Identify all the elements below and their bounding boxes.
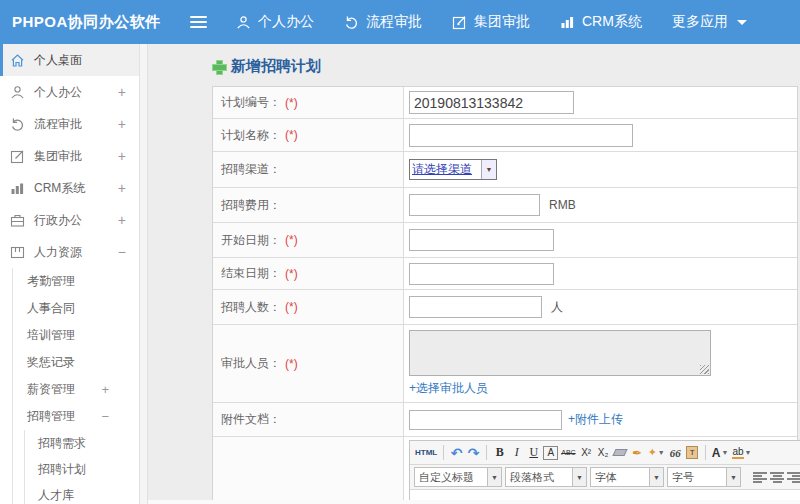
nav-workflow-approval[interactable]: 流程审批 [329, 0, 437, 44]
nav-menu: 个人办公 流程审批 集团审批 CRM系统 更多应用 [221, 0, 762, 44]
headcount-input[interactable] [409, 296, 542, 318]
attachment-upload-link[interactable]: +附件上传 [568, 411, 623, 428]
menu-toggle-icon[interactable] [190, 16, 207, 28]
align-center-icon[interactable] [770, 472, 784, 483]
nav-crm[interactable]: CRM系统 [545, 0, 657, 44]
format-brush-button[interactable]: ✒ [630, 443, 645, 462]
caret-down-icon: ▼ [658, 449, 665, 456]
align-left-icon[interactable] [753, 472, 767, 483]
sidebar-item-label: 人力资源 [34, 244, 82, 261]
form-row-plan-number: 计划编号： (*) [213, 87, 797, 119]
font-color-button[interactable]: A▼ [711, 443, 730, 462]
sidebar-item-label: 考勤管理 [27, 273, 75, 290]
paint-format-button[interactable]: ✦▼ [647, 443, 666, 462]
caret-down-icon: ▼ [488, 467, 502, 487]
strikethrough-button[interactable]: ABC [560, 443, 576, 462]
sidebar-item-talent-pool[interactable]: 人才库 [25, 482, 139, 504]
expand-icon[interactable]: + [118, 148, 126, 164]
form-row-editor: HTML ↶ ↷ B I U A ABC X² X₂ [213, 437, 797, 504]
app-logo: PHPOA协同办公软件 [0, 13, 178, 32]
underline-button[interactable]: U [526, 443, 541, 462]
choose-approver-link[interactable]: +选择审批人员 [409, 380, 797, 397]
expand-icon[interactable]: + [118, 212, 126, 228]
superscript-button[interactable]: X² [579, 443, 594, 462]
sidebar-item-personal-office[interactable]: 个人办公 + [0, 76, 139, 108]
nav-personal-office[interactable]: 个人办公 [221, 0, 329, 44]
field-label: 招聘费用： [221, 197, 281, 214]
undo-icon[interactable]: ↶ [449, 443, 464, 462]
nav-more-apps[interactable]: 更多应用 [657, 0, 762, 44]
attachment-input[interactable] [409, 410, 562, 430]
required-mark: (*) [285, 300, 298, 314]
sidebar-item-recruitment-demand[interactable]: 招聘需求 [25, 430, 139, 456]
sidebar-item-group-approval[interactable]: 集团审批 + [0, 140, 139, 172]
border-button[interactable]: A [543, 446, 558, 460]
end-date-input[interactable] [409, 263, 554, 285]
sidebar-item-label: 人才库 [38, 487, 74, 504]
bold-button[interactable]: B [492, 443, 507, 462]
caret-down-icon: ▼ [573, 467, 587, 487]
subscript-button[interactable]: X₂ [596, 443, 611, 462]
sidebar-item-admin-office[interactable]: 行政办公 + [0, 204, 139, 236]
sidebar-item-recruitment[interactable]: 招聘管理 − [13, 403, 139, 430]
field-label: 招聘人数： [221, 299, 281, 316]
caret-down-icon: ▼ [727, 467, 741, 487]
highlight-color-button[interactable]: ab▼ [731, 443, 752, 462]
sidebar-item-human-resources[interactable]: 人力资源 − [0, 236, 139, 268]
form-row-approvers: 审批人员： (*) +选择审批人员 [213, 325, 797, 403]
fee-input[interactable] [409, 194, 540, 216]
sidebar-item-recruitment-plan[interactable]: 招聘计划 [25, 456, 139, 482]
main-content: 新增招聘计划 计划编号： (*) 计划名称： (*) [148, 44, 800, 504]
italic-button[interactable]: I [509, 443, 524, 462]
html-source-button[interactable]: HTML [414, 443, 438, 462]
sidebar-item-label: 招聘计划 [38, 461, 86, 478]
sidebar-item-workflow-approval[interactable]: 流程审批 + [0, 108, 139, 140]
sidebar-item-crm[interactable]: CRM系统 + [0, 172, 139, 204]
expand-icon[interactable]: + [118, 180, 126, 196]
sidebar-item-personal-desktop[interactable]: 个人桌面 [0, 44, 139, 76]
form-row-channel: 招聘渠道： 请选择渠道 ▼ [213, 152, 797, 188]
blockquote-button[interactable]: 66 [668, 443, 683, 462]
sidebar-item-hr-contract[interactable]: 人事合同 [13, 295, 139, 322]
horizontal-scrollbar[interactable] [148, 500, 800, 504]
sidebar-item-training[interactable]: 培训管理 [13, 322, 139, 349]
plan-name-input[interactable] [409, 124, 633, 147]
expand-icon[interactable]: + [118, 84, 126, 100]
eraser-icon [612, 449, 627, 456]
start-date-input[interactable] [409, 229, 554, 251]
field-label: 计划编号： [221, 94, 281, 111]
plan-number-input[interactable] [409, 91, 574, 114]
eraser-button[interactable] [613, 443, 628, 462]
edit-icon [452, 15, 467, 30]
expand-icon[interactable]: + [118, 116, 126, 132]
redo-icon[interactable]: ↷ [466, 443, 481, 462]
font-family-dropdown[interactable]: 字体▼ [590, 467, 664, 487]
expand-icon[interactable]: + [101, 382, 109, 397]
font-size-dropdown[interactable]: 字号▼ [667, 467, 741, 487]
paste-icon: T [686, 446, 698, 459]
align-right-icon[interactable] [787, 472, 800, 483]
edit-icon [10, 149, 25, 164]
paste-button[interactable]: T [685, 443, 700, 462]
required-mark: (*) [285, 233, 298, 247]
custom-heading-dropdown[interactable]: 自定义标题▼ [414, 467, 502, 487]
briefcase-icon [10, 213, 25, 228]
sidebar-item-label: 薪资管理 [27, 381, 75, 398]
approver-textarea[interactable] [409, 330, 711, 376]
sidebar-item-salary[interactable]: 薪资管理 + [13, 376, 139, 403]
channel-select[interactable]: 请选择渠道 ▼ [409, 159, 497, 180]
collapse-icon[interactable]: − [118, 244, 126, 260]
nav-group-approval[interactable]: 集团审批 [437, 0, 545, 44]
form-row-headcount: 招聘人数： (*) 人 [213, 290, 797, 325]
sidebar-item-label: 奖惩记录 [27, 354, 75, 371]
sidebar-splitter[interactable] [140, 44, 148, 504]
sidebar-item-label: 培训管理 [27, 327, 75, 344]
user-icon [236, 15, 251, 30]
sidebar-item-attendance[interactable]: 考勤管理 [13, 268, 139, 295]
collapse-icon[interactable]: − [101, 409, 109, 424]
field-label: 招聘渠道： [221, 161, 281, 178]
sidebar-item-reward-punishment[interactable]: 奖惩记录 [13, 349, 139, 376]
caret-down-icon: ▼ [721, 449, 728, 456]
paragraph-format-dropdown[interactable]: 段落格式▼ [505, 467, 587, 487]
sidebar: 个人桌面 个人办公 + 流程审批 + 集团审批 + CRM系统 + 行政办公 + [0, 44, 140, 504]
